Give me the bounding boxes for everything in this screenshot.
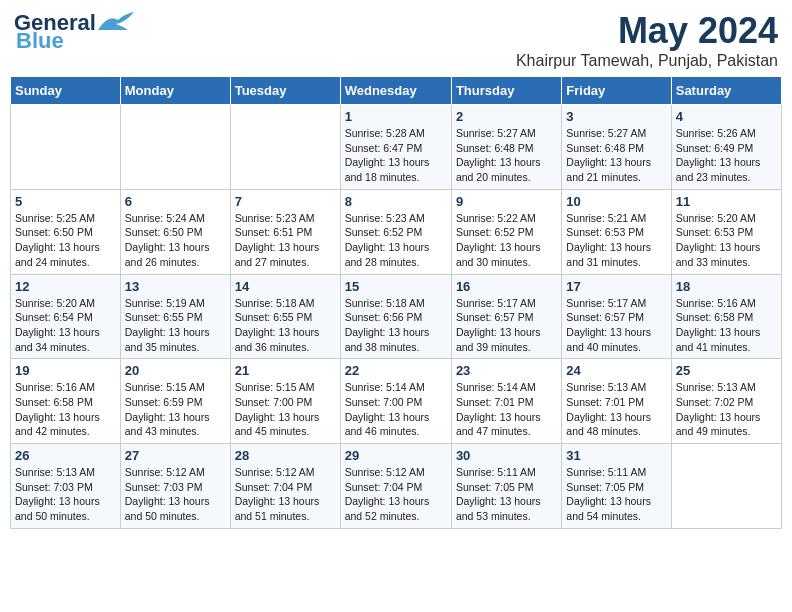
calendar-cell: 19Sunrise: 5:16 AMSunset: 6:58 PMDayligh… [11, 359, 121, 444]
calendar-cell: 27Sunrise: 5:12 AMSunset: 7:03 PMDayligh… [120, 444, 230, 529]
calendar-cell [11, 105, 121, 190]
calendar-table: SundayMondayTuesdayWednesdayThursdayFrid… [10, 76, 782, 529]
logo: General Blue [14, 10, 134, 54]
day-info: Sunrise: 5:15 AMSunset: 7:00 PMDaylight:… [235, 380, 336, 439]
calendar-cell: 3Sunrise: 5:27 AMSunset: 6:48 PMDaylight… [562, 105, 671, 190]
day-info: Sunrise: 5:18 AMSunset: 6:55 PMDaylight:… [235, 296, 336, 355]
day-info: Sunrise: 5:14 AMSunset: 7:01 PMDaylight:… [456, 380, 557, 439]
day-number: 26 [15, 448, 116, 463]
calendar-cell: 1Sunrise: 5:28 AMSunset: 6:47 PMDaylight… [340, 105, 451, 190]
day-number: 30 [456, 448, 557, 463]
calendar-week-row: 26Sunrise: 5:13 AMSunset: 7:03 PMDayligh… [11, 444, 782, 529]
day-info: Sunrise: 5:20 AMSunset: 6:54 PMDaylight:… [15, 296, 116, 355]
title-area: May 2024 Khairpur Tamewah, Punjab, Pakis… [516, 10, 778, 70]
calendar-cell: 14Sunrise: 5:18 AMSunset: 6:55 PMDayligh… [230, 274, 340, 359]
day-info: Sunrise: 5:17 AMSunset: 6:57 PMDaylight:… [566, 296, 666, 355]
calendar-cell: 9Sunrise: 5:22 AMSunset: 6:52 PMDaylight… [451, 189, 561, 274]
day-info: Sunrise: 5:21 AMSunset: 6:53 PMDaylight:… [566, 211, 666, 270]
calendar-cell: 7Sunrise: 5:23 AMSunset: 6:51 PMDaylight… [230, 189, 340, 274]
calendar-cell: 11Sunrise: 5:20 AMSunset: 6:53 PMDayligh… [671, 189, 781, 274]
day-info: Sunrise: 5:28 AMSunset: 6:47 PMDaylight:… [345, 126, 447, 185]
day-info: Sunrise: 5:27 AMSunset: 6:48 PMDaylight:… [566, 126, 666, 185]
location: Khairpur Tamewah, Punjab, Pakistan [516, 52, 778, 70]
day-number: 18 [676, 279, 777, 294]
day-number: 3 [566, 109, 666, 124]
day-number: 13 [125, 279, 226, 294]
day-number: 22 [345, 363, 447, 378]
calendar-cell [230, 105, 340, 190]
weekday-header-sunday: Sunday [11, 77, 121, 105]
day-number: 27 [125, 448, 226, 463]
day-number: 31 [566, 448, 666, 463]
day-number: 9 [456, 194, 557, 209]
calendar-cell: 18Sunrise: 5:16 AMSunset: 6:58 PMDayligh… [671, 274, 781, 359]
day-number: 24 [566, 363, 666, 378]
day-number: 25 [676, 363, 777, 378]
calendar-cell: 6Sunrise: 5:24 AMSunset: 6:50 PMDaylight… [120, 189, 230, 274]
calendar-cell: 31Sunrise: 5:11 AMSunset: 7:05 PMDayligh… [562, 444, 671, 529]
day-number: 23 [456, 363, 557, 378]
day-info: Sunrise: 5:13 AMSunset: 7:03 PMDaylight:… [15, 465, 116, 524]
calendar-cell: 26Sunrise: 5:13 AMSunset: 7:03 PMDayligh… [11, 444, 121, 529]
day-number: 1 [345, 109, 447, 124]
calendar-cell: 2Sunrise: 5:27 AMSunset: 6:48 PMDaylight… [451, 105, 561, 190]
day-number: 20 [125, 363, 226, 378]
calendar-cell: 28Sunrise: 5:12 AMSunset: 7:04 PMDayligh… [230, 444, 340, 529]
day-number: 5 [15, 194, 116, 209]
day-info: Sunrise: 5:11 AMSunset: 7:05 PMDaylight:… [456, 465, 557, 524]
logo-blue: Blue [14, 28, 64, 54]
weekday-header-friday: Friday [562, 77, 671, 105]
calendar-cell: 8Sunrise: 5:23 AMSunset: 6:52 PMDaylight… [340, 189, 451, 274]
day-number: 12 [15, 279, 116, 294]
calendar-cell [120, 105, 230, 190]
day-info: Sunrise: 5:13 AMSunset: 7:01 PMDaylight:… [566, 380, 666, 439]
day-info: Sunrise: 5:27 AMSunset: 6:48 PMDaylight:… [456, 126, 557, 185]
day-number: 28 [235, 448, 336, 463]
calendar-cell: 12Sunrise: 5:20 AMSunset: 6:54 PMDayligh… [11, 274, 121, 359]
day-number: 10 [566, 194, 666, 209]
weekday-header-saturday: Saturday [671, 77, 781, 105]
calendar-week-row: 5Sunrise: 5:25 AMSunset: 6:50 PMDaylight… [11, 189, 782, 274]
calendar-cell: 4Sunrise: 5:26 AMSunset: 6:49 PMDaylight… [671, 105, 781, 190]
weekday-header-wednesday: Wednesday [340, 77, 451, 105]
day-info: Sunrise: 5:15 AMSunset: 6:59 PMDaylight:… [125, 380, 226, 439]
day-number: 2 [456, 109, 557, 124]
calendar-cell: 23Sunrise: 5:14 AMSunset: 7:01 PMDayligh… [451, 359, 561, 444]
calendar-week-row: 1Sunrise: 5:28 AMSunset: 6:47 PMDaylight… [11, 105, 782, 190]
calendar-cell: 10Sunrise: 5:21 AMSunset: 6:53 PMDayligh… [562, 189, 671, 274]
calendar-cell: 30Sunrise: 5:11 AMSunset: 7:05 PMDayligh… [451, 444, 561, 529]
day-info: Sunrise: 5:16 AMSunset: 6:58 PMDaylight:… [15, 380, 116, 439]
calendar-cell: 20Sunrise: 5:15 AMSunset: 6:59 PMDayligh… [120, 359, 230, 444]
day-number: 6 [125, 194, 226, 209]
day-info: Sunrise: 5:24 AMSunset: 6:50 PMDaylight:… [125, 211, 226, 270]
day-number: 14 [235, 279, 336, 294]
day-number: 8 [345, 194, 447, 209]
day-number: 19 [15, 363, 116, 378]
logo-bird-icon [98, 12, 134, 34]
calendar-cell: 21Sunrise: 5:15 AMSunset: 7:00 PMDayligh… [230, 359, 340, 444]
day-info: Sunrise: 5:18 AMSunset: 6:56 PMDaylight:… [345, 296, 447, 355]
day-number: 17 [566, 279, 666, 294]
weekday-header-monday: Monday [120, 77, 230, 105]
calendar-cell: 24Sunrise: 5:13 AMSunset: 7:01 PMDayligh… [562, 359, 671, 444]
day-info: Sunrise: 5:20 AMSunset: 6:53 PMDaylight:… [676, 211, 777, 270]
weekday-header-thursday: Thursday [451, 77, 561, 105]
day-info: Sunrise: 5:13 AMSunset: 7:02 PMDaylight:… [676, 380, 777, 439]
calendar-cell: 13Sunrise: 5:19 AMSunset: 6:55 PMDayligh… [120, 274, 230, 359]
day-info: Sunrise: 5:23 AMSunset: 6:52 PMDaylight:… [345, 211, 447, 270]
weekday-header-tuesday: Tuesday [230, 77, 340, 105]
day-number: 7 [235, 194, 336, 209]
day-info: Sunrise: 5:25 AMSunset: 6:50 PMDaylight:… [15, 211, 116, 270]
day-number: 29 [345, 448, 447, 463]
calendar-cell: 29Sunrise: 5:12 AMSunset: 7:04 PMDayligh… [340, 444, 451, 529]
day-info: Sunrise: 5:14 AMSunset: 7:00 PMDaylight:… [345, 380, 447, 439]
calendar-cell: 5Sunrise: 5:25 AMSunset: 6:50 PMDaylight… [11, 189, 121, 274]
calendar-cell: 25Sunrise: 5:13 AMSunset: 7:02 PMDayligh… [671, 359, 781, 444]
day-info: Sunrise: 5:23 AMSunset: 6:51 PMDaylight:… [235, 211, 336, 270]
calendar-cell: 16Sunrise: 5:17 AMSunset: 6:57 PMDayligh… [451, 274, 561, 359]
day-number: 11 [676, 194, 777, 209]
day-info: Sunrise: 5:19 AMSunset: 6:55 PMDaylight:… [125, 296, 226, 355]
day-info: Sunrise: 5:11 AMSunset: 7:05 PMDaylight:… [566, 465, 666, 524]
day-number: 16 [456, 279, 557, 294]
day-info: Sunrise: 5:12 AMSunset: 7:03 PMDaylight:… [125, 465, 226, 524]
